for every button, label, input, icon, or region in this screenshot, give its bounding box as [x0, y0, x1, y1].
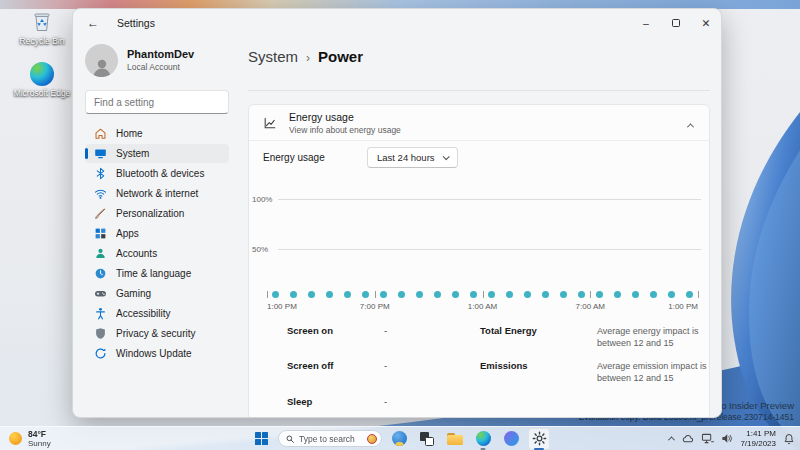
- start-button[interactable]: [250, 428, 272, 450]
- chevron-up-icon: [687, 123, 694, 130]
- profile-name: PhantomDev: [127, 48, 194, 60]
- windows-logo-icon: [255, 432, 268, 445]
- x-axis-label: 1:00 PM: [668, 302, 698, 311]
- sidebar-item-time-language[interactable]: Time & language: [85, 264, 229, 283]
- chart-data-point: [650, 291, 657, 298]
- taskbar-clock[interactable]: 1:41 PM 7/19/2023: [740, 429, 776, 448]
- sidebar-item-label: Time & language: [116, 268, 191, 279]
- chart-data-point: [488, 291, 495, 298]
- maximize-button[interactable]: [661, 9, 691, 37]
- chart-data-point: [470, 291, 477, 298]
- network-icon: [93, 187, 107, 201]
- x-axis-label: 7:00 PM: [360, 302, 390, 311]
- task-view-button[interactable]: [416, 428, 438, 450]
- chart-data-point: [632, 291, 639, 298]
- window-title: Settings: [117, 17, 155, 29]
- accessibility-icon: [93, 307, 107, 321]
- settings-search-box[interactable]: [85, 90, 229, 114]
- energy-range-row: Energy usage Last 24 hours: [249, 141, 709, 173]
- edge-button[interactable]: [472, 428, 494, 450]
- stat-label: Total Energy: [480, 325, 597, 349]
- x-axis-label: 7:00 AM: [576, 302, 605, 311]
- close-button[interactable]: ✕: [691, 9, 721, 37]
- content-scroll-area: Energy usage View info about energy usag…: [248, 90, 710, 417]
- settings-taskbar-button[interactable]: [528, 428, 550, 450]
- desktop-icon-label: Recycle Bin: [20, 36, 65, 46]
- account-profile[interactable]: PhantomDev Local Account: [85, 39, 229, 81]
- sidebar-item-personalization[interactable]: Personalization: [85, 204, 229, 223]
- gaming-icon: [93, 287, 107, 301]
- chart-data-point: [362, 291, 369, 298]
- sidebar-item-label: Network & internet: [116, 188, 198, 199]
- card-title: Energy usage: [289, 111, 401, 123]
- stat-value: -: [384, 360, 480, 384]
- desktop-icon-recycle-bin[interactable]: Recycle Bin: [12, 8, 72, 46]
- minimize-button[interactable]: –: [631, 9, 661, 37]
- x-axis-label: 1:00 PM: [267, 302, 297, 311]
- copilot-button[interactable]: [500, 428, 522, 450]
- sidebar-item-windows-update[interactable]: Windows Update: [85, 344, 229, 363]
- energy-usage-label: Energy usage: [263, 152, 367, 163]
- desktop-icon-microsoft-edge[interactable]: Microsoft Edge: [12, 62, 72, 98]
- time-range-value: Last 24 hours: [377, 152, 435, 163]
- titlebar: ← Settings – ✕: [73, 9, 721, 37]
- sidebar-item-gaming[interactable]: Gaming: [85, 284, 229, 303]
- sidebar-item-accounts[interactable]: Accounts: [85, 244, 229, 263]
- stat-label: Screen off: [287, 360, 384, 384]
- maximize-icon: [672, 19, 680, 27]
- back-button[interactable]: ←: [73, 16, 107, 30]
- chart-baseline: [267, 291, 698, 299]
- search-icon: [286, 435, 294, 443]
- tray-time: 1:41 PM: [746, 429, 776, 439]
- settings-window: ← Settings – ✕ PhantomDev Local Account: [72, 8, 722, 418]
- weather-widget[interactable]: 84°F Sunny: [9, 427, 51, 449]
- sidebar-item-network-internet[interactable]: Network & internet: [85, 184, 229, 203]
- sidebar-item-home[interactable]: Home: [85, 124, 229, 143]
- sidebar-item-system[interactable]: System: [85, 144, 229, 163]
- apps-icon: [93, 227, 107, 241]
- chart-data-point: [614, 291, 621, 298]
- chart-data-point: [686, 291, 693, 298]
- sidebar-item-label: Personalization: [116, 208, 184, 219]
- edge-icon: [476, 431, 491, 446]
- volume-icon[interactable]: [721, 433, 733, 444]
- chart-data-point: [524, 291, 531, 298]
- notification-bell-icon[interactable]: [783, 433, 795, 445]
- line-chart-icon: [263, 116, 277, 130]
- taskbar-search-input[interactable]: [299, 434, 362, 444]
- task-view-icon: [420, 432, 434, 446]
- weather-temperature: 84°F: [28, 429, 51, 439]
- network-icon[interactable]: [701, 433, 714, 444]
- edge-icon: [30, 62, 54, 86]
- sun-icon: [9, 432, 22, 445]
- file-explorer-button[interactable]: [444, 428, 466, 450]
- sidebar: PhantomDev Local Account HomeSystemBluet…: [73, 37, 241, 417]
- chevron-down-icon: [442, 153, 449, 160]
- gridline-100: [265, 199, 701, 200]
- energy-usage-card-header[interactable]: Energy usage View info about energy usag…: [249, 105, 709, 141]
- tray-overflow-chevron-icon[interactable]: [668, 436, 675, 443]
- breadcrumb-separator: ›: [306, 51, 310, 65]
- y-axis-label-50: 50%: [252, 245, 278, 254]
- sidebar-item-privacy-security[interactable]: Privacy & security: [85, 324, 229, 343]
- sidebar-item-apps[interactable]: Apps: [85, 224, 229, 243]
- sidebar-item-label: Privacy & security: [116, 328, 195, 339]
- onedrive-cloud-icon[interactable]: [681, 433, 694, 444]
- chart-data-point: [416, 291, 423, 298]
- x-axis-labels: 1:00 PM7:00 PM1:00 AM7:00 AM1:00 PM: [267, 302, 698, 312]
- chart-data-point: [506, 291, 513, 298]
- stat-label: [480, 396, 597, 407]
- sidebar-item-bluetooth-devices[interactable]: Bluetooth & devices: [85, 164, 229, 183]
- personalization-icon: [93, 207, 107, 221]
- collapse-button[interactable]: [688, 114, 695, 132]
- chart-data-point: [668, 291, 675, 298]
- settings-search-input[interactable]: [94, 97, 226, 108]
- y-axis-label-100: 100%: [252, 195, 278, 204]
- sidebar-item-accessibility[interactable]: Accessibility: [85, 304, 229, 323]
- taskbar-search-box[interactable]: [278, 430, 382, 447]
- time-range-dropdown[interactable]: Last 24 hours: [367, 147, 458, 168]
- chart-data-point: [596, 291, 603, 298]
- breadcrumb-parent[interactable]: System: [248, 48, 298, 65]
- widgets-button[interactable]: [388, 428, 410, 450]
- stat-value: -: [384, 325, 480, 349]
